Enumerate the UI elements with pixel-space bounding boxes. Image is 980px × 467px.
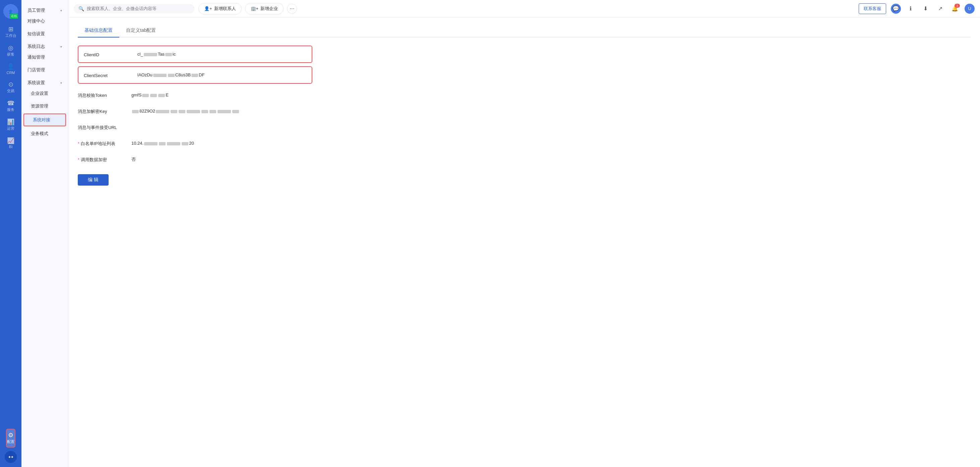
brand-logo: ✦✦ [5,451,17,463]
topbar-right: 联系客服 💬 ℹ ⬇ ↗ 🔔 3 U [859,3,975,14]
form-section: ClientID cl_Tasic ClientSecret lAOzDuC8u… [78,46,312,186]
customer-service-button[interactable]: 联系客服 [859,3,886,14]
sidebar-item-workbench[interactable]: ⊞ 工作台 [0,23,21,41]
workbench-icon: ⊞ [8,26,13,32]
nav-label-notification: 通知管理 [27,54,45,60]
field-row-receive-url: 消息与事件接受URL [78,119,312,135]
label-clientsecret: ClientSecret [84,72,137,78]
field-clientsecret-highlighted: ClientSecret lAOzDuC8us3BDF [78,66,312,84]
secret-mask2 [168,74,175,77]
label-clientid: ClientID [84,52,137,57]
chat-icon[interactable]: 💬 [891,4,901,14]
value-decrypt-key: 82Z9O2 [131,108,312,114]
edit-button[interactable]: 编 辑 [78,174,108,186]
avatar[interactable]: 👤 在线 [3,4,18,19]
service-icon: ☎ [7,100,14,106]
share-icon[interactable]: ↗ [935,4,945,14]
settings-icon: ⚙ [8,432,13,438]
token-suffix: E [165,92,169,97]
key-mid: 82Z9O2 [139,108,155,114]
label-whitelist: 白名单IP地址列表 [78,140,131,147]
nav-label-syssettings: 系统设置 [27,80,45,86]
sidebar-item-transactions[interactable]: ⊙ 交易 [0,78,21,97]
clientid-suffix: ic [173,52,176,57]
sidebar-item-settings[interactable]: ⚙ 配置 [6,429,16,448]
nav-arrow-employee: ▾ [60,9,62,13]
nav-label-business: 业务模式 [31,131,48,137]
secret-suffix: DF [199,72,204,77]
add-enterprise-icon: 🏢+ [251,6,259,11]
secondary-nav: 员工管理 ▾ 对接中心 短信设置 系统日志 ▾ 通知管理 门店管理 系统设置 ▾… [21,0,68,467]
search-box[interactable]: 🔍 [74,4,194,13]
tabs: 基础信息配置 自定义tab配置 [78,24,970,38]
sidebar-label-bi: BI [9,145,13,149]
nav-system-settings[interactable]: 系统设置 ▾ [21,76,68,87]
notification-icon[interactable]: 🔔 3 [950,4,960,14]
key-mask6 [201,110,208,113]
secret-mask3 [191,74,198,77]
add-contact-button[interactable]: 👤+ 新增联系人 [199,3,242,14]
key-mask9 [232,110,239,113]
user-avatar[interactable]: U [964,4,975,14]
sidebar-bottom: ⚙ 配置 ✦✦ [5,424,17,467]
secret-prefix: lAOzDu [137,72,153,77]
nav-enterprise-settings[interactable]: 企业设置 [21,87,68,100]
nav-label-sysconnect: 系统对接 [33,117,50,123]
value-clientsecret: lAOzDuC8us3BDF [137,72,306,78]
token-mask3 [158,94,165,97]
nav-business-mode[interactable]: 业务模式 [21,127,68,140]
sidebar-nav: ⊞ 工作台 ◎ 获客 👤 CRM ⊙ 交易 ☎ 服务 📊 运营 📈 BI [0,23,21,424]
field-row-verify-token: 消息校验Token gmfSE [78,87,312,103]
clientid-mask2 [165,53,172,56]
secret-mask1 [153,74,167,77]
leads-icon: ◎ [8,45,13,51]
tab-custom-tab[interactable]: 自定义tab配置 [119,24,162,38]
label-decrypt-key: 消息加解密Key [78,108,131,114]
nav-notification-mgmt[interactable]: 通知管理 [21,51,68,64]
more-button[interactable]: ··· [287,4,297,14]
nav-resource-mgmt[interactable]: 资源管理 [21,100,68,113]
nav-employee-mgmt[interactable]: 员工管理 ▾ [21,4,68,15]
info-icon[interactable]: ℹ [905,4,916,14]
sidebar-label-transactions: 交易 [7,89,14,94]
nav-label-connection: 对接中心 [27,18,45,24]
tab-basic-config[interactable]: 基础信息配置 [78,24,119,38]
nav-system-log[interactable]: 系统日志 ▾ [21,40,68,51]
clientid-mid: Tas [158,52,165,57]
sidebar-item-crm[interactable]: 👤 CRM [0,60,21,78]
sidebar-item-bi[interactable]: 📈 BI [0,134,21,152]
sidebar-label-workbench: 工作台 [5,33,16,38]
key-mask1 [132,110,139,113]
key-mask2 [156,110,169,113]
download-icon[interactable]: ⬇ [920,4,931,14]
label-verify-token: 消息校验Token [78,92,131,98]
key-mask4 [179,110,185,113]
sidebar-item-leads[interactable]: ◎ 获客 [0,41,21,60]
nav-arrow-syslog: ▾ [60,45,62,49]
add-enterprise-button[interactable]: 🏢+ 新增企业 [245,3,284,14]
field-row-data-encrypt: 调用数据加密 否 [78,151,312,167]
add-enterprise-label: 新增企业 [261,6,278,12]
whitelist-suffix: 20 [189,141,194,146]
sidebar-item-service[interactable]: ☎ 服务 [0,97,21,116]
nav-sms-settings[interactable]: 短信设置 [21,27,68,40]
search-input[interactable] [87,6,190,11]
nav-connection-center[interactable]: 对接中心 [21,15,68,27]
token-prefix: gmfS [131,92,142,97]
nav-system-connect[interactable]: 系统对接 [24,114,66,126]
nav-store-mgmt[interactable]: 门店管理 [21,64,68,76]
bi-icon: 📈 [7,138,14,144]
field-clientid-highlighted: ClientID cl_Tasic [78,46,312,63]
nav-label-resource: 资源管理 [31,103,48,109]
token-mask2 [150,94,157,97]
field-row-decrypt-key: 消息加解密Key 82Z9O2 [78,103,312,119]
value-whitelist: 10.24.20 [131,140,312,147]
key-mask7 [210,110,216,113]
main-content: 🔍 👤+ 新增联系人 🏢+ 新增企业 ··· 联系客服 💬 ℹ ⬇ ↗ 🔔 3 [68,0,980,467]
key-mask8 [218,110,231,113]
add-contact-label: 新增联系人 [214,6,236,12]
sidebar-item-operations[interactable]: 📊 运营 [0,116,21,134]
whitelist-mask3 [167,142,180,145]
clientid-mask1 [144,53,157,56]
add-contact-icon: 👤+ [204,6,212,11]
